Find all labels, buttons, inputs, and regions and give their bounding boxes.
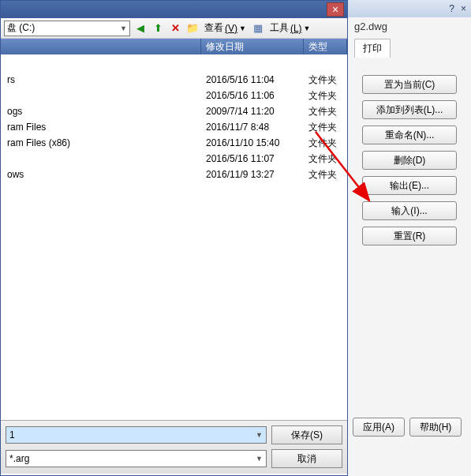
chevron-down-icon: ▼ (304, 24, 311, 32)
table-row[interactable] (1, 56, 347, 72)
file-type: 文件夹 (304, 105, 347, 118)
view-menu[interactable]: 查看(V) ▼ (203, 21, 248, 35)
panel-buttons: 置为当前(C) 添加到列表(L)... 重命名(N)... 删除(D) 输出(E… (348, 61, 471, 260)
file-name: ows (2, 169, 201, 180)
table-row[interactable]: rs2016/5/16 11:04文件夹 (1, 72, 347, 88)
column-type[interactable]: 类型 (304, 39, 347, 54)
tools-label: 工具 (270, 21, 289, 35)
help-button[interactable]: 帮助(H) (409, 418, 462, 437)
up-icon[interactable]: ⬆ (151, 21, 165, 36)
table-row[interactable]: 2016/5/16 11:07文件夹 (1, 151, 347, 167)
file-type: 文件夹 (304, 121, 347, 134)
panel-titlebar: ? × (348, 0, 471, 17)
rename-button[interactable]: 重命名(N)... (362, 126, 457, 144)
table-row[interactable]: ram Files (x86)2016/11/10 15:40文件夹 (1, 135, 347, 151)
file-name: rs (2, 74, 201, 85)
document-name: g2.dwg (348, 17, 471, 36)
file-date: 2016/5/16 11:07 (201, 153, 304, 164)
new-folder-icon[interactable]: 📁 (185, 21, 200, 36)
column-date[interactable]: 修改日期 (201, 39, 304, 54)
file-name: ram Files (x86) (2, 137, 201, 148)
dialog-footer: 1 ▼ 保存(S) *.arg ▼ 取消 (1, 420, 347, 474)
file-list: 修改日期 类型 rs2016/5/16 11:04文件夹2016/5/16 11… (1, 39, 347, 418)
tab-print[interactable]: 打印 (354, 39, 391, 58)
table-row[interactable]: ram Files2016/11/7 8:48文件夹 (1, 119, 347, 135)
filename-input[interactable]: 1 ▼ (6, 426, 267, 444)
file-type: 文件夹 (304, 168, 347, 182)
export-button[interactable]: 输出(E)... (362, 176, 457, 195)
chevron-down-icon: ▼ (256, 455, 263, 463)
location-dropdown[interactable]: 盘 (C:) ▼ (4, 21, 130, 36)
file-list-header: 修改日期 类型 (1, 39, 347, 54)
file-save-dialog: × 盘 (C:) ▼ ◀ ⬆ ✕ 📁 查看(V) ▼ ▦ 工具(L) ▼ 修改日… (0, 0, 348, 476)
file-name: ram Files (2, 122, 201, 133)
filetype-dropdown[interactable]: *.arg ▼ (6, 450, 267, 467)
set-current-button[interactable]: 置为当前(C) (362, 75, 457, 94)
file-type: 文件夹 (304, 73, 347, 87)
column-name[interactable] (1, 39, 201, 54)
file-date: 2009/7/14 11:20 (201, 106, 304, 117)
view-label: 查看 (204, 21, 223, 35)
table-row[interactable]: ows2016/11/9 13:27文件夹 (1, 167, 347, 182)
file-date: 2016/11/10 15:40 (201, 137, 304, 148)
file-type: 文件夹 (304, 89, 347, 103)
delete-button[interactable]: 删除(D) (362, 151, 457, 170)
import-button[interactable]: 输入(I)... (362, 201, 457, 220)
file-date: 2016/11/9 13:27 (201, 169, 304, 180)
grid-icon[interactable]: ▦ (251, 21, 265, 36)
location-label: 盘 (C:) (7, 21, 35, 35)
dialog-titlebar: × (1, 1, 347, 18)
apply-button[interactable]: 应用(A) (353, 418, 405, 437)
reset-button[interactable]: 重置(R) (362, 227, 457, 245)
chevron-down-icon: ▼ (239, 24, 246, 32)
options-panel: ? × g2.dwg 打印 置为当前(C) 添加到列表(L)... 重命名(N)… (348, 0, 471, 476)
cancel-button[interactable]: 取消 (271, 449, 342, 468)
delete-icon[interactable]: ✕ (168, 21, 182, 36)
close-icon[interactable]: × (327, 2, 344, 17)
back-icon[interactable]: ◀ (133, 21, 148, 36)
add-to-list-button[interactable]: 添加到列表(L)... (362, 100, 457, 119)
file-date: 2016/11/7 8:48 (201, 122, 304, 133)
dialog-toolbar: 盘 (C:) ▼ ◀ ⬆ ✕ 📁 查看(V) ▼ ▦ 工具(L) ▼ (1, 18, 347, 39)
close-icon[interactable]: × (461, 3, 466, 14)
save-button[interactable]: 保存(S) (271, 425, 342, 444)
file-type: 文件夹 (304, 152, 347, 166)
chevron-down-icon: ▼ (120, 24, 127, 32)
file-date: 2016/5/16 11:04 (201, 74, 304, 85)
file-name: ogs (2, 106, 201, 117)
table-row[interactable]: 2016/5/16 11:06文件夹 (1, 88, 347, 103)
tools-menu[interactable]: 工具(L) ▼ (268, 21, 312, 35)
help-icon[interactable]: ? (449, 3, 454, 14)
panel-bottom-buttons: 应用(A) 帮助(H) (348, 418, 471, 437)
file-date: 2016/5/16 11:06 (201, 90, 304, 101)
table-row[interactable]: ogs2009/7/14 11:20文件夹 (1, 103, 347, 119)
file-type: 文件夹 (304, 137, 347, 150)
chevron-down-icon: ▼ (256, 431, 263, 439)
file-list-body: rs2016/5/16 11:04文件夹2016/5/16 11:06文件夹og… (1, 54, 347, 182)
